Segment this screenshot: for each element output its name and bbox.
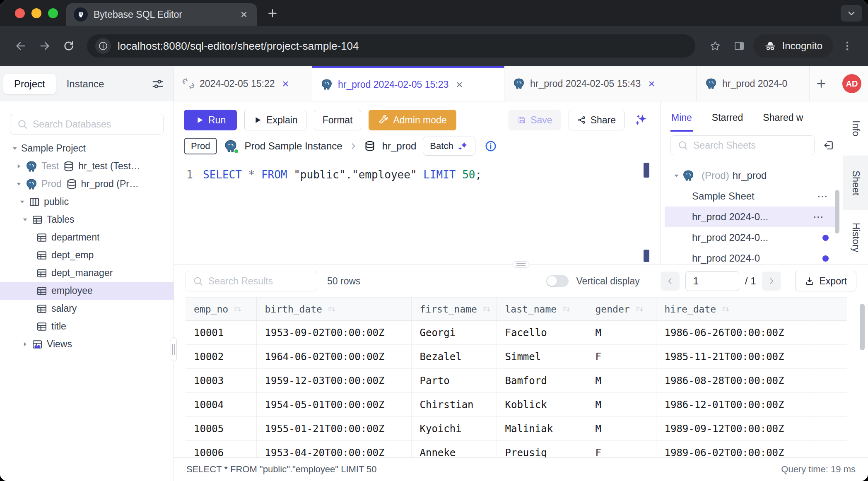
close-tab-icon[interactable] [280, 78, 292, 89]
table-cell[interactable]: Bezalel [411, 345, 497, 369]
explain-button[interactable]: Explain [244, 110, 306, 130]
bookmark-star-icon[interactable] [705, 36, 725, 56]
browser-tab[interactable]: Bytebase SQL Editor [66, 3, 257, 26]
instance-name[interactable]: Prod Sample Instance [244, 140, 342, 152]
table-cell[interactable]: M [587, 369, 656, 393]
new-browser-tab-button[interactable] [264, 5, 281, 22]
table-cell[interactable]: 1953-04-20T00:00:00Z [256, 441, 411, 458]
reload-icon[interactable] [59, 36, 79, 56]
filter-settings-icon[interactable] [149, 76, 166, 92]
admin-mode-button[interactable]: Admin mode [369, 110, 456, 130]
editor-scrollbar-mark[interactable] [644, 250, 649, 262]
save-button[interactable]: Save [509, 110, 561, 130]
sheet-item-1[interactable]: Sample Sheet⋯ [661, 186, 843, 207]
tab-mine[interactable]: Mine [670, 104, 693, 132]
grid-scrollbar-thumb[interactable] [860, 304, 865, 350]
tree-item-hr_prod-pr-[interactable]: Prodhr_prod (Pr… [0, 175, 174, 193]
sheet-item-menu-icon[interactable]: ⋯ [817, 190, 829, 203]
sort-icon[interactable] [327, 305, 336, 314]
table-cell[interactable]: Maliniak [497, 417, 587, 441]
sheet-item-3[interactable]: hr_prod 2024-0... [661, 227, 843, 248]
sheet-item-4[interactable]: hr_prod 2024-0 [661, 248, 843, 265]
format-button[interactable]: Format [314, 110, 362, 130]
results-search-input[interactable] [208, 276, 310, 287]
collapse-panel-icon[interactable] [820, 137, 837, 154]
table-cell[interactable]: Koblick [497, 393, 587, 417]
rail-tab-info[interactable]: Info [843, 101, 868, 156]
side-panel-icon[interactable] [729, 36, 749, 56]
table-cell[interactable]: 1989-09-12T00:00:00Z [656, 417, 812, 441]
tree-item-public[interactable]: public [0, 193, 174, 211]
table-cell[interactable]: 1986-12-01T00:00:00Z [656, 393, 812, 417]
editor-tab-1[interactable]: 2024-02-05 15:22 [174, 66, 312, 101]
user-avatar[interactable]: AD [842, 74, 861, 93]
table-cell[interactable]: 1955-01-21T00:00:00Z [256, 417, 411, 441]
table-cell[interactable]: F [587, 345, 656, 369]
results-search[interactable] [186, 271, 317, 291]
sort-icon[interactable] [721, 305, 730, 314]
tree-item-salary[interactable]: salary [0, 300, 174, 317]
caret-down-icon[interactable] [18, 199, 26, 205]
sheet-scrollbar-thumb[interactable] [835, 190, 839, 233]
url-bar[interactable]: localhost:8080/sql-editor/sheet/project-… [87, 34, 695, 58]
sort-icon[interactable] [635, 305, 644, 314]
caret-right-icon[interactable] [21, 341, 29, 347]
table-cell[interactable]: 1959-12-03T00:00:00Z [256, 369, 411, 393]
browser-menu-icon[interactable] [837, 36, 857, 56]
sheet-item-2[interactable]: hr_prod 2024-0...⋯ [665, 207, 839, 227]
caret-down-icon[interactable] [21, 216, 29, 223]
rail-tab-sheet[interactable]: Sheet [843, 156, 868, 210]
caret-down-icon[interactable] [10, 145, 19, 152]
tree-item-dept_manager[interactable]: dept_manager [0, 264, 174, 282]
export-button[interactable]: Export [795, 271, 856, 291]
rail-tab-history[interactable]: History [843, 210, 868, 265]
sheet-search-input[interactable] [693, 140, 808, 151]
table-cell[interactable]: 10002 [186, 345, 256, 369]
minimize-window-button[interactable] [31, 8, 41, 18]
database-search[interactable] [10, 114, 164, 135]
table-cell[interactable]: F [587, 441, 656, 458]
column-header-hire_date[interactable]: hire_date [656, 298, 812, 321]
tree-item-employee[interactable]: employee [0, 282, 174, 300]
table-cell[interactable]: Simmel [497, 345, 587, 369]
database-name[interactable]: hr_prod [382, 140, 417, 152]
table-cell[interactable]: 10004 [186, 393, 256, 417]
run-button[interactable]: Run [184, 110, 237, 130]
sheet-search[interactable] [670, 135, 815, 155]
table-cell[interactable]: Preusig [497, 441, 587, 458]
editor-tab-4[interactable]: hr_prod 2024-0 [697, 66, 810, 101]
page-number-input[interactable] [685, 271, 739, 291]
forward-icon[interactable] [35, 36, 55, 56]
tab-project[interactable]: Project [3, 74, 56, 94]
table-cell[interactable]: Bamford [497, 369, 587, 393]
table-cell[interactable]: 1989-06-02T00:00:00Z [656, 441, 812, 458]
tree-item-tables[interactable]: Tables [0, 211, 174, 228]
column-header-last_name[interactable]: last_name [497, 298, 587, 321]
tab-shared[interactable]: Shared w [762, 104, 804, 132]
table-cell[interactable]: 10001 [186, 321, 256, 345]
sheet-item-menu-icon[interactable]: ⋯ [813, 211, 825, 224]
connection-info-icon[interactable] [485, 140, 497, 152]
prev-page-button[interactable] [661, 272, 680, 291]
tree-item-views[interactable]: Views [0, 335, 174, 353]
tree-item-dept_emp[interactable]: dept_emp [0, 246, 174, 264]
column-header-first_name[interactable]: first_name [411, 298, 497, 321]
tab-instance[interactable]: Instance [56, 74, 115, 94]
share-button[interactable]: Share [569, 110, 624, 130]
table-cell[interactable]: Georgi [411, 321, 497, 345]
table-cell[interactable]: 1986-08-28T00:00:00Z [656, 369, 812, 393]
editor-tab-3[interactable]: hr_prod 2024-02-05 15:43 [504, 66, 697, 101]
tree-item-department[interactable]: department [0, 228, 174, 246]
sort-icon[interactable] [482, 305, 491, 314]
tab-starred[interactable]: Starred [711, 104, 744, 132]
tab-search-chevron-icon[interactable] [841, 5, 862, 22]
table-cell[interactable]: Kyoichi [411, 417, 497, 441]
table-cell[interactable]: 10003 [186, 369, 256, 393]
vertical-display-toggle[interactable] [546, 275, 569, 287]
batch-button[interactable]: Batch [423, 137, 475, 156]
database-search-input[interactable] [33, 119, 157, 130]
tree-item-hr_test-test-[interactable]: Testhr_test (Test… [0, 157, 174, 175]
table-cell[interactable]: M [587, 417, 656, 441]
sidebar-resize-handle[interactable] [171, 337, 177, 361]
table-cell[interactable]: Parto [411, 369, 497, 393]
